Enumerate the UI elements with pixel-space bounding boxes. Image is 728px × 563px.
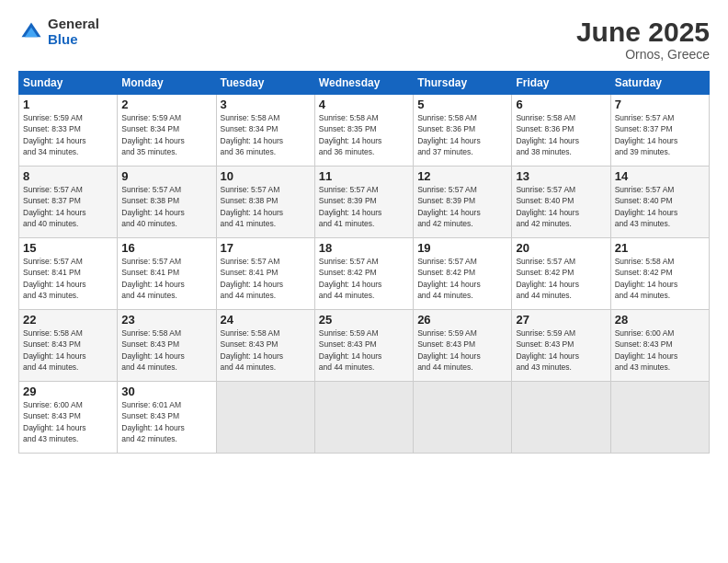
day-cell: 3 Sunrise: 5:58 AMSunset: 8:34 PMDayligh… xyxy=(216,95,314,167)
logo-blue: Blue xyxy=(48,32,99,48)
day-info: Sunrise: 5:58 AMSunset: 8:43 PMDaylight:… xyxy=(23,327,113,373)
day-cell: 29 Sunrise: 6:00 AMSunset: 8:43 PMDaylig… xyxy=(19,382,118,454)
day-info: Sunrise: 5:57 AMSunset: 8:41 PMDaylight:… xyxy=(23,256,113,301)
week-row-2: 15 Sunrise: 5:57 AMSunset: 8:41 PMDaylig… xyxy=(19,238,710,310)
day-number: 5 xyxy=(417,98,507,111)
day-cell: 26 Sunrise: 5:59 AMSunset: 8:43 PMDaylig… xyxy=(414,310,512,382)
day-info: Sunrise: 5:58 AMSunset: 8:36 PMDaylight:… xyxy=(516,112,606,157)
day-info: Sunrise: 5:58 AMSunset: 8:36 PMDaylight:… xyxy=(417,112,507,157)
day-cell: 9 Sunrise: 5:57 AMSunset: 8:38 PMDayligh… xyxy=(118,167,216,238)
page: General Blue June 2025 Ornos, Greece Sun… xyxy=(0,0,728,563)
day-cell: 30 Sunrise: 6:01 AMSunset: 8:43 PMDaylig… xyxy=(118,382,216,454)
day-cell: 10 Sunrise: 5:57 AMSunset: 8:38 PMDaylig… xyxy=(216,167,314,238)
day-info: Sunrise: 5:57 AMSunset: 8:42 PMDaylight:… xyxy=(417,256,507,301)
day-cell: 15 Sunrise: 5:57 AMSunset: 8:41 PMDaylig… xyxy=(19,238,118,310)
title-block: June 2025 Ornos, Greece xyxy=(576,17,710,62)
day-cell: 16 Sunrise: 5:57 AMSunset: 8:41 PMDaylig… xyxy=(118,238,216,310)
day-cell: 17 Sunrise: 5:57 AMSunset: 8:41 PMDaylig… xyxy=(216,238,314,310)
week-row-3: 22 Sunrise: 5:58 AMSunset: 8:43 PMDaylig… xyxy=(19,310,710,382)
day-info: Sunrise: 5:59 AMSunset: 8:34 PMDaylight:… xyxy=(121,112,211,157)
day-info: Sunrise: 5:57 AMSunset: 8:39 PMDaylight:… xyxy=(417,184,507,229)
day-number: 14 xyxy=(615,169,705,183)
day-cell: 22 Sunrise: 5:58 AMSunset: 8:43 PMDaylig… xyxy=(19,310,118,382)
day-number: 3 xyxy=(221,98,311,111)
day-info: Sunrise: 5:58 AMSunset: 8:43 PMDaylight:… xyxy=(121,327,211,373)
day-cell xyxy=(414,382,512,454)
day-info: Sunrise: 6:00 AMSunset: 8:43 PMDaylight:… xyxy=(23,399,113,444)
logo-general: General xyxy=(48,17,99,32)
day-info: Sunrise: 5:57 AMSunset: 8:40 PMDaylight:… xyxy=(516,184,606,229)
header-tuesday: Tuesday xyxy=(216,72,314,95)
day-info: Sunrise: 5:57 AMSunset: 8:38 PMDaylight:… xyxy=(221,184,311,229)
day-cell: 4 Sunrise: 5:58 AMSunset: 8:35 PMDayligh… xyxy=(314,95,413,167)
day-number: 7 xyxy=(615,98,705,111)
day-info: Sunrise: 5:59 AMSunset: 8:43 PMDaylight:… xyxy=(417,327,507,373)
day-cell: 2 Sunrise: 5:59 AMSunset: 8:34 PMDayligh… xyxy=(118,95,216,167)
day-number: 21 xyxy=(615,241,705,255)
day-info: Sunrise: 5:57 AMSunset: 8:39 PMDaylight:… xyxy=(319,184,409,229)
day-cell xyxy=(610,382,709,454)
day-number: 11 xyxy=(319,169,409,183)
day-info: Sunrise: 6:00 AMSunset: 8:43 PMDaylight:… xyxy=(615,327,705,373)
day-number: 9 xyxy=(121,169,211,183)
day-info: Sunrise: 5:59 AMSunset: 8:43 PMDaylight:… xyxy=(516,327,606,373)
day-info: Sunrise: 5:57 AMSunset: 8:42 PMDaylight:… xyxy=(319,256,409,301)
day-info: Sunrise: 5:57 AMSunset: 8:40 PMDaylight:… xyxy=(615,184,705,229)
day-number: 10 xyxy=(221,169,311,183)
week-row-1: 8 Sunrise: 5:57 AMSunset: 8:37 PMDayligh… xyxy=(19,167,710,238)
day-cell: 28 Sunrise: 6:00 AMSunset: 8:43 PMDaylig… xyxy=(610,310,709,382)
day-cell: 20 Sunrise: 5:57 AMSunset: 8:42 PMDaylig… xyxy=(512,238,610,310)
day-info: Sunrise: 5:58 AMSunset: 8:42 PMDaylight:… xyxy=(615,256,705,301)
header-saturday: Saturday xyxy=(610,72,709,95)
day-cell: 7 Sunrise: 5:57 AMSunset: 8:37 PMDayligh… xyxy=(610,95,709,167)
logo-text: General Blue xyxy=(48,17,99,47)
day-cell: 25 Sunrise: 5:59 AMSunset: 8:43 PMDaylig… xyxy=(314,310,413,382)
day-cell xyxy=(512,382,610,454)
header-wednesday: Wednesday xyxy=(314,72,413,95)
logo: General Blue xyxy=(18,17,99,47)
day-number: 19 xyxy=(417,241,507,255)
day-cell: 21 Sunrise: 5:58 AMSunset: 8:42 PMDaylig… xyxy=(610,238,709,310)
location: Ornos, Greece xyxy=(576,47,710,62)
day-info: Sunrise: 5:57 AMSunset: 8:41 PMDaylight:… xyxy=(221,256,311,301)
day-info: Sunrise: 5:57 AMSunset: 8:41 PMDaylight:… xyxy=(121,256,211,301)
day-cell: 11 Sunrise: 5:57 AMSunset: 8:39 PMDaylig… xyxy=(314,167,413,238)
logo-icon xyxy=(18,19,44,45)
header-friday: Friday xyxy=(512,72,610,95)
day-number: 28 xyxy=(615,313,705,327)
day-info: Sunrise: 5:57 AMSunset: 8:37 PMDaylight:… xyxy=(615,112,705,157)
day-info: Sunrise: 5:58 AMSunset: 8:35 PMDaylight:… xyxy=(319,112,409,157)
day-cell: 1 Sunrise: 5:59 AMSunset: 8:33 PMDayligh… xyxy=(19,95,118,167)
day-number: 17 xyxy=(221,241,311,255)
calendar-table: SundayMondayTuesdayWednesdayThursdayFrid… xyxy=(18,71,710,454)
day-number: 24 xyxy=(221,313,311,327)
header: General Blue June 2025 Ornos, Greece xyxy=(18,17,710,62)
day-cell: 6 Sunrise: 5:58 AMSunset: 8:36 PMDayligh… xyxy=(512,95,610,167)
day-info: Sunrise: 5:57 AMSunset: 8:38 PMDaylight:… xyxy=(121,184,211,229)
day-number: 2 xyxy=(121,98,211,111)
day-info: Sunrise: 5:58 AMSunset: 8:34 PMDaylight:… xyxy=(221,112,311,157)
header-row: SundayMondayTuesdayWednesdayThursdayFrid… xyxy=(19,72,710,95)
day-info: Sunrise: 5:58 AMSunset: 8:43 PMDaylight:… xyxy=(221,327,311,373)
day-number: 1 xyxy=(23,98,113,111)
day-number: 23 xyxy=(121,313,211,327)
day-number: 15 xyxy=(23,241,113,255)
day-number: 27 xyxy=(516,313,606,327)
day-number: 8 xyxy=(23,169,113,183)
day-number: 6 xyxy=(516,98,606,111)
day-cell: 27 Sunrise: 5:59 AMSunset: 8:43 PMDaylig… xyxy=(512,310,610,382)
month-title: June 2025 xyxy=(576,17,710,47)
day-number: 18 xyxy=(319,241,409,255)
day-number: 12 xyxy=(417,169,507,183)
day-cell xyxy=(314,382,413,454)
day-cell: 8 Sunrise: 5:57 AMSunset: 8:37 PMDayligh… xyxy=(19,167,118,238)
day-cell xyxy=(216,382,314,454)
week-row-4: 29 Sunrise: 6:00 AMSunset: 8:43 PMDaylig… xyxy=(19,382,710,454)
day-info: Sunrise: 5:59 AMSunset: 8:43 PMDaylight:… xyxy=(319,327,409,373)
header-sunday: Sunday xyxy=(19,72,118,95)
day-info: Sunrise: 6:01 AMSunset: 8:43 PMDaylight:… xyxy=(121,399,211,444)
day-number: 22 xyxy=(23,313,113,327)
day-cell: 24 Sunrise: 5:58 AMSunset: 8:43 PMDaylig… xyxy=(216,310,314,382)
day-info: Sunrise: 5:59 AMSunset: 8:33 PMDaylight:… xyxy=(23,112,113,157)
day-number: 25 xyxy=(319,313,409,327)
